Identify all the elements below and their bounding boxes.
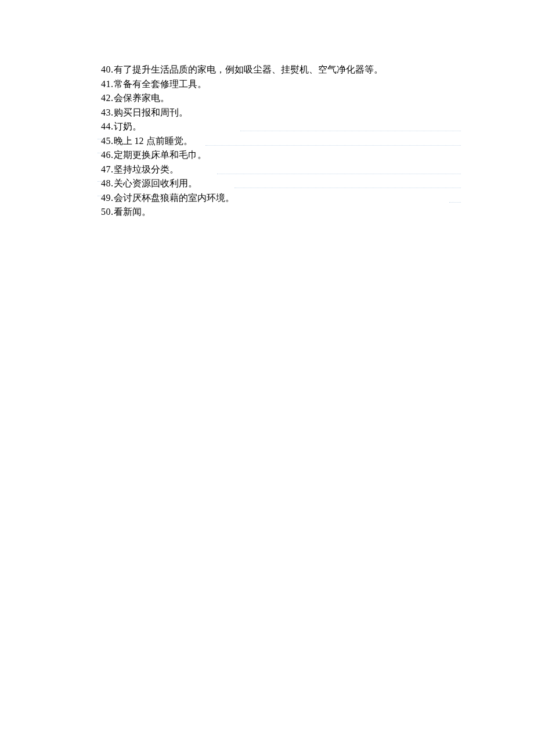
item-text: 坚持垃圾分类。 xyxy=(114,164,179,174)
dotted-underline xyxy=(98,139,102,139)
list-item: 43.购买日报和周刊。 xyxy=(101,106,461,120)
item-number: 46. xyxy=(101,150,114,160)
document-content: 40.有了提升生活品质的家电，例如吸尘器、挂熨机、空气净化器等。 41.常备有全… xyxy=(101,63,461,219)
item-text: 会保养家电。 xyxy=(114,93,169,103)
list-item: 50.看新闻。 xyxy=(101,205,461,219)
item-number: 49. xyxy=(101,193,114,203)
list-item: 48.关心资源回收利用。 xyxy=(101,177,461,191)
dotted-underline xyxy=(98,153,102,153)
item-number: 45. xyxy=(101,136,114,146)
item-text: 关心资源回收利用。 xyxy=(114,178,197,188)
item-text: 有了提升生活品质的家电，例如吸尘器、挂熨机、空气净化器等。 xyxy=(114,64,383,74)
item-number: 42. xyxy=(101,93,114,103)
list-item: 47.坚持垃圾分类。 xyxy=(101,163,461,177)
dotted-underline xyxy=(98,181,102,182)
list-item: 45.晚上 12 点前睡觉。 xyxy=(101,134,461,149)
list-item: 42.会保养家电。 xyxy=(101,91,461,106)
item-number: 43. xyxy=(101,107,114,117)
dotted-underline xyxy=(205,145,461,146)
item-number: 50. xyxy=(101,207,114,217)
list-item: 49.会讨厌杯盘狼藉的室内环境。 xyxy=(101,191,461,206)
item-text: 常备有全套修理工具。 xyxy=(114,79,207,89)
list-item: 46.定期更换床单和毛巾。 xyxy=(101,148,461,163)
item-text: 购买日报和周刊。 xyxy=(114,107,188,117)
item-text: 订奶。 xyxy=(114,121,142,131)
list-item: 40.有了提升生活品质的家电，例如吸尘器、挂熨机、空气净化器等。 xyxy=(101,63,461,77)
item-number: 40. xyxy=(101,64,114,74)
dotted-underline xyxy=(240,131,461,131)
item-text: 定期更换床单和毛巾。 xyxy=(114,150,207,160)
dotted-underline xyxy=(234,188,461,188)
list-item: 44.订奶。 xyxy=(101,120,461,134)
item-text: 会讨厌杯盘狼藉的室内环境。 xyxy=(114,193,234,203)
dotted-underline xyxy=(217,174,461,174)
item-number: 48. xyxy=(101,178,114,188)
item-number: 47. xyxy=(101,164,114,174)
dotted-underline xyxy=(98,196,102,196)
dotted-underline xyxy=(449,202,461,203)
list-item: 41.常备有全套修理工具。 xyxy=(101,77,461,92)
item-text: 看新闻。 xyxy=(114,207,151,217)
item-number: 44. xyxy=(101,121,114,131)
item-text: 晚上 12 点前睡觉。 xyxy=(114,136,193,146)
item-number: 41. xyxy=(101,79,114,89)
